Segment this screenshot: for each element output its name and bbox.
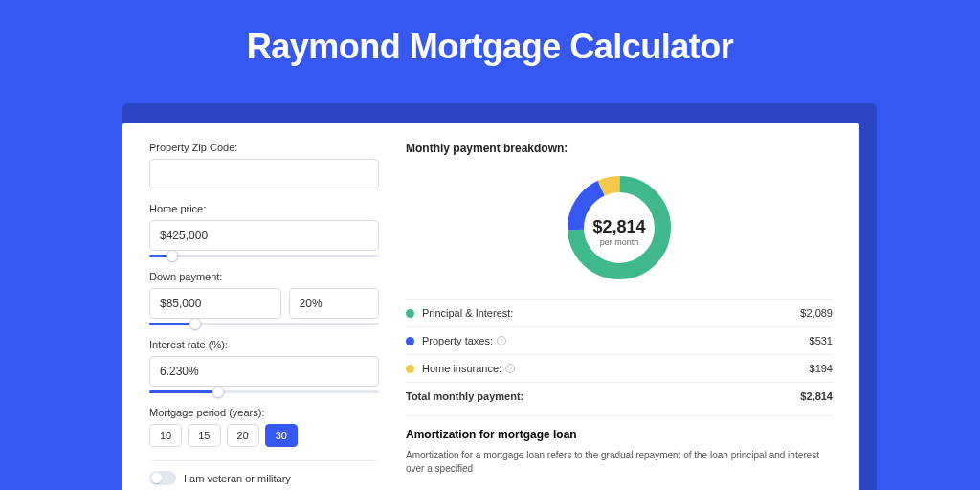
legend-value: $531 (810, 335, 833, 346)
total-label: Total monthly payment: (406, 390, 800, 402)
veteran-toggle[interactable] (149, 471, 176, 485)
down-label: Down payment: (149, 271, 379, 282)
zip-input[interactable] (149, 159, 379, 189)
calculator-card: Property Zip Code: Home price: Down paym… (122, 122, 859, 490)
legend-value: $2,089 (800, 307, 833, 319)
legend-dot (406, 337, 414, 345)
period-btn-30[interactable]: 30 (265, 424, 298, 447)
period-btn-10[interactable]: 10 (149, 424, 182, 447)
legend-dot (406, 309, 414, 318)
rate-group: Interest rate (%): (149, 339, 379, 393)
legend-value: $194 (810, 363, 833, 374)
total-value: $2,814 (800, 390, 833, 402)
rate-input[interactable] (149, 356, 379, 387)
donut-sub: per month (592, 237, 645, 247)
breakdown-heading: Monthly payment breakdown: (406, 142, 833, 155)
legend-row-total: Total monthly payment: $2,814 (406, 382, 833, 410)
home-price-slider[interactable] (149, 255, 379, 257)
amortization-heading: Amortization for mortgage loan (406, 428, 833, 441)
amortization-text: Amortization for a mortgage loan refers … (406, 449, 833, 476)
legend-row-taxes: Property taxes: ? $531 (406, 326, 833, 354)
down-payment-group: Down payment: (149, 271, 379, 325)
donut-amount: $2,814 (592, 217, 645, 237)
slider-fill (149, 390, 218, 393)
period-btn-20[interactable]: 20 (227, 424, 259, 447)
home-price-input[interactable] (149, 220, 379, 251)
legend-text: Home insurance: (422, 363, 501, 374)
legend-label: Home insurance: ? (422, 363, 810, 374)
home-price-group: Home price: (149, 203, 379, 257)
slider-thumb[interactable] (189, 318, 202, 330)
toggle-knob (151, 473, 162, 483)
legend-label: Principal & Interest: (422, 307, 800, 319)
rate-slider[interactable] (149, 390, 379, 393)
legend-row-principal: Principal & Interest: $2,089 (406, 299, 833, 326)
legend: Principal & Interest: $2,089 Property ta… (406, 299, 833, 410)
legend-text: Property taxes: (422, 335, 493, 346)
amortization-section: Amortization for mortgage loan Amortizat… (406, 415, 833, 476)
zip-label: Property Zip Code: (149, 142, 379, 153)
period-row: 10 15 20 30 (149, 424, 379, 447)
breakdown-column: Monthly payment breakdown: $2,814 per mo… (406, 142, 833, 490)
slider-thumb[interactable] (212, 386, 225, 398)
slider-thumb[interactable] (167, 250, 179, 262)
down-slider[interactable] (149, 323, 379, 325)
legend-text: Principal & Interest: (422, 307, 513, 319)
info-icon[interactable]: ? (505, 364, 515, 373)
info-icon[interactable]: ? (497, 336, 506, 345)
page-title: Raymond Mortgage Calculator (0, 0, 980, 90)
rate-label: Interest rate (%): (149, 339, 379, 350)
zip-field-group: Property Zip Code: (149, 142, 379, 189)
veteran-label: I am veteran or military (184, 473, 291, 484)
period-label: Mortgage period (years): (149, 407, 379, 418)
donut-chart: $2,814 per month (406, 165, 833, 299)
home-price-label: Home price: (149, 203, 379, 214)
donut-center: $2,814 per month (592, 217, 645, 247)
veteran-row: I am veteran or military (149, 460, 379, 485)
period-btn-15[interactable]: 15 (188, 424, 220, 447)
form-column: Property Zip Code: Home price: Down paym… (149, 142, 379, 490)
down-pct-input[interactable] (289, 288, 379, 319)
legend-dot (406, 365, 414, 373)
legend-label: Property taxes: ? (422, 335, 810, 346)
period-group: Mortgage period (years): 10 15 20 30 (149, 407, 379, 447)
legend-row-insurance: Home insurance: ? $194 (406, 354, 833, 382)
down-amount-input[interactable] (149, 288, 281, 319)
